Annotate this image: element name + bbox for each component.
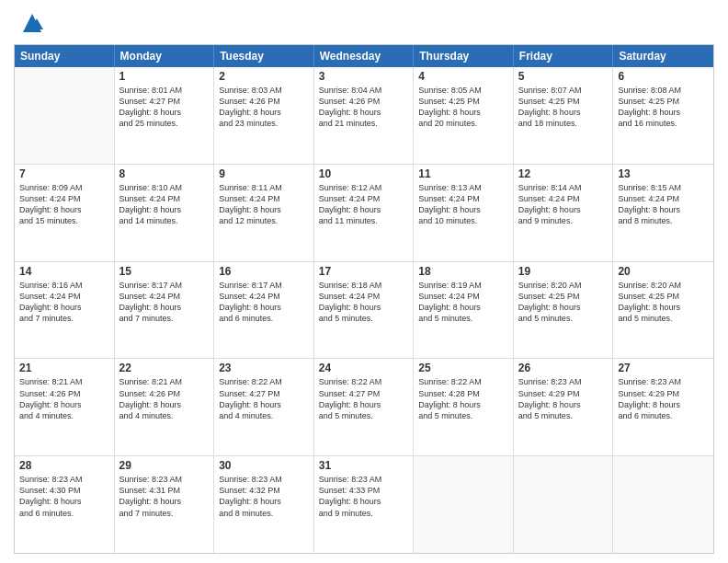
day-number: 1: [119, 70, 210, 83]
calendar-cell: 27Sunrise: 8:23 AMSunset: 4:29 PMDayligh…: [613, 359, 713, 455]
day-number: 12: [518, 167, 609, 180]
day-number: 20: [618, 265, 709, 278]
calendar-cell: 10Sunrise: 8:12 AMSunset: 4:24 PMDayligh…: [314, 165, 415, 261]
calendar-cell: 5Sunrise: 8:07 AMSunset: 4:25 PMDaylight…: [514, 67, 614, 164]
day-info: Sunrise: 8:23 AMSunset: 4:29 PMDaylight:…: [618, 376, 709, 421]
day-info: Sunrise: 8:13 AMSunset: 4:24 PMDaylight:…: [418, 182, 508, 227]
day-number: 4: [418, 70, 508, 83]
calendar-cell: 3Sunrise: 8:04 AMSunset: 4:26 PMDaylight…: [314, 67, 415, 164]
day-number: 24: [319, 362, 409, 374]
calendar-cell: [414, 456, 514, 553]
header-day-wednesday: Wednesday: [314, 45, 415, 67]
day-info: Sunrise: 8:22 AMSunset: 4:28 PMDaylight:…: [418, 376, 508, 421]
day-number: 5: [518, 70, 609, 83]
day-number: 14: [19, 265, 109, 278]
day-info: Sunrise: 8:14 AMSunset: 4:24 PMDaylight:…: [518, 182, 609, 227]
day-number: 31: [319, 459, 409, 472]
calendar-cell: 29Sunrise: 8:23 AMSunset: 4:31 PMDayligh…: [115, 456, 215, 553]
header-day-friday: Friday: [514, 45, 614, 67]
calendar-cell: 20Sunrise: 8:20 AMSunset: 4:25 PMDayligh…: [613, 262, 713, 359]
day-info: Sunrise: 8:10 AMSunset: 4:24 PMDaylight:…: [119, 182, 210, 227]
logo-icon: [18, 9, 46, 37]
day-info: Sunrise: 8:18 AMSunset: 4:24 PMDaylight:…: [319, 280, 409, 325]
day-number: 11: [418, 167, 508, 180]
calendar-row-1: 7Sunrise: 8:09 AMSunset: 4:24 PMDaylight…: [15, 164, 713, 261]
day-info: Sunrise: 8:16 AMSunset: 4:24 PMDaylight:…: [19, 280, 109, 325]
day-info: Sunrise: 8:21 AMSunset: 4:26 PMDaylight:…: [119, 376, 210, 421]
day-info: Sunrise: 8:05 AMSunset: 4:25 PMDaylight:…: [418, 85, 508, 130]
day-info: Sunrise: 8:22 AMSunset: 4:27 PMDaylight:…: [319, 376, 409, 421]
calendar-cell: 28Sunrise: 8:23 AMSunset: 4:30 PMDayligh…: [15, 456, 115, 553]
calendar-cell: 31Sunrise: 8:23 AMSunset: 4:33 PMDayligh…: [314, 456, 415, 553]
calendar-row-0: 1Sunrise: 8:01 AMSunset: 4:27 PMDaylight…: [15, 67, 713, 164]
calendar-cell: 9Sunrise: 8:11 AMSunset: 4:24 PMDaylight…: [214, 165, 314, 261]
day-number: 6: [618, 70, 709, 83]
day-number: 19: [518, 265, 609, 278]
calendar-cell: 25Sunrise: 8:22 AMSunset: 4:28 PMDayligh…: [414, 359, 514, 455]
logo: [14, 9, 46, 37]
day-number: 27: [618, 362, 709, 374]
day-number: 16: [219, 265, 309, 278]
calendar-cell: 8Sunrise: 8:10 AMSunset: 4:24 PMDaylight…: [115, 165, 215, 261]
day-number: 3: [319, 70, 409, 83]
day-number: 9: [219, 167, 309, 180]
day-info: Sunrise: 8:19 AMSunset: 4:24 PMDaylight:…: [418, 280, 508, 325]
calendar-cell: 6Sunrise: 8:08 AMSunset: 4:25 PMDaylight…: [613, 67, 713, 164]
day-number: 25: [418, 362, 508, 374]
day-number: 29: [119, 459, 210, 472]
header: [14, 9, 714, 37]
calendar-header: SundayMondayTuesdayWednesdayThursdayFrid…: [15, 45, 713, 67]
calendar-cell: 17Sunrise: 8:18 AMSunset: 4:24 PMDayligh…: [314, 262, 415, 359]
calendar-cell: 2Sunrise: 8:03 AMSunset: 4:26 PMDaylight…: [214, 67, 314, 164]
day-number: 2: [219, 70, 309, 83]
calendar-cell: 1Sunrise: 8:01 AMSunset: 4:27 PMDaylight…: [115, 67, 215, 164]
header-day-monday: Monday: [115, 45, 215, 67]
day-info: Sunrise: 8:21 AMSunset: 4:26 PMDaylight:…: [19, 376, 109, 421]
day-number: 30: [219, 459, 309, 472]
day-info: Sunrise: 8:01 AMSunset: 4:27 PMDaylight:…: [119, 85, 210, 130]
day-info: Sunrise: 8:11 AMSunset: 4:24 PMDaylight:…: [219, 182, 309, 227]
day-number: 26: [518, 362, 609, 374]
calendar-cell: 14Sunrise: 8:16 AMSunset: 4:24 PMDayligh…: [15, 262, 115, 359]
day-info: Sunrise: 8:12 AMSunset: 4:24 PMDaylight:…: [319, 182, 409, 227]
calendar-cell: 26Sunrise: 8:23 AMSunset: 4:29 PMDayligh…: [514, 359, 614, 455]
day-number: 13: [618, 167, 709, 180]
calendar-cell: [15, 67, 115, 164]
calendar: SundayMondayTuesdayWednesdayThursdayFrid…: [14, 44, 714, 554]
day-number: 17: [319, 265, 409, 278]
day-info: Sunrise: 8:20 AMSunset: 4:25 PMDaylight:…: [518, 280, 609, 325]
day-info: Sunrise: 8:15 AMSunset: 4:24 PMDaylight:…: [618, 182, 709, 227]
day-info: Sunrise: 8:04 AMSunset: 4:26 PMDaylight:…: [319, 85, 409, 130]
day-info: Sunrise: 8:23 AMSunset: 4:33 PMDaylight:…: [319, 474, 409, 519]
day-info: Sunrise: 8:23 AMSunset: 4:32 PMDaylight:…: [219, 474, 309, 519]
day-number: 18: [418, 265, 508, 278]
day-info: Sunrise: 8:07 AMSunset: 4:25 PMDaylight:…: [518, 85, 609, 130]
page: SundayMondayTuesdayWednesdayThursdayFrid…: [0, 0, 728, 563]
calendar-cell: 18Sunrise: 8:19 AMSunset: 4:24 PMDayligh…: [414, 262, 514, 359]
calendar-cell: 22Sunrise: 8:21 AMSunset: 4:26 PMDayligh…: [115, 359, 215, 455]
calendar-cell: 30Sunrise: 8:23 AMSunset: 4:32 PMDayligh…: [214, 456, 314, 553]
day-number: 10: [319, 167, 409, 180]
calendar-cell: 12Sunrise: 8:14 AMSunset: 4:24 PMDayligh…: [514, 165, 614, 261]
day-info: Sunrise: 8:17 AMSunset: 4:24 PMDaylight:…: [219, 280, 309, 325]
calendar-cell: 23Sunrise: 8:22 AMSunset: 4:27 PMDayligh…: [214, 359, 314, 455]
calendar-cell: 16Sunrise: 8:17 AMSunset: 4:24 PMDayligh…: [214, 262, 314, 359]
day-number: 28: [19, 459, 109, 472]
day-number: 7: [19, 167, 109, 180]
day-number: 22: [119, 362, 210, 374]
day-info: Sunrise: 8:03 AMSunset: 4:26 PMDaylight:…: [219, 85, 309, 130]
calendar-row-3: 21Sunrise: 8:21 AMSunset: 4:26 PMDayligh…: [15, 358, 713, 455]
day-number: 15: [119, 265, 210, 278]
calendar-body: 1Sunrise: 8:01 AMSunset: 4:27 PMDaylight…: [15, 67, 713, 553]
calendar-cell: 24Sunrise: 8:22 AMSunset: 4:27 PMDayligh…: [314, 359, 415, 455]
calendar-cell: 15Sunrise: 8:17 AMSunset: 4:24 PMDayligh…: [115, 262, 215, 359]
day-info: Sunrise: 8:23 AMSunset: 4:31 PMDaylight:…: [119, 474, 210, 519]
day-info: Sunrise: 8:23 AMSunset: 4:29 PMDaylight:…: [518, 376, 609, 421]
calendar-cell: 11Sunrise: 8:13 AMSunset: 4:24 PMDayligh…: [414, 165, 514, 261]
calendar-row-4: 28Sunrise: 8:23 AMSunset: 4:30 PMDayligh…: [15, 455, 713, 553]
header-day-saturday: Saturday: [613, 45, 713, 67]
calendar-cell: 19Sunrise: 8:20 AMSunset: 4:25 PMDayligh…: [514, 262, 614, 359]
header-day-thursday: Thursday: [414, 45, 514, 67]
calendar-cell: 7Sunrise: 8:09 AMSunset: 4:24 PMDaylight…: [15, 165, 115, 261]
calendar-row-2: 14Sunrise: 8:16 AMSunset: 4:24 PMDayligh…: [15, 261, 713, 359]
